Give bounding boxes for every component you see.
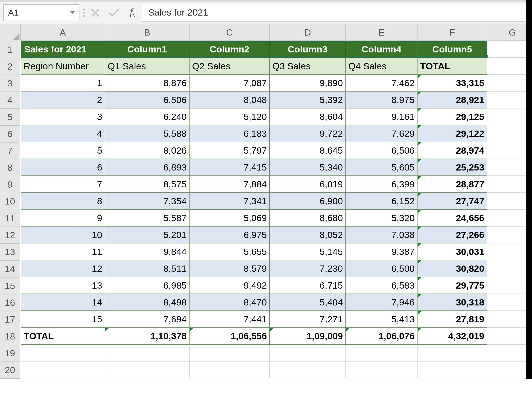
table-cell[interactable]: 24,656 (418, 210, 487, 227)
cell[interactable] (346, 362, 417, 378)
row-header-13[interactable]: 13 (0, 244, 20, 261)
table-cell[interactable]: 7,271 (270, 311, 346, 328)
table-cell[interactable]: 5,201 (105, 227, 190, 243)
cell[interactable] (487, 58, 532, 75)
cell[interactable] (487, 294, 532, 311)
table-cell[interactable]: 5,145 (270, 243, 346, 260)
table-cell[interactable]: 33,315 (418, 75, 487, 92)
table-cell[interactable]: 6,506 (105, 92, 190, 108)
cell[interactable] (21, 362, 105, 378)
table-cell[interactable]: 7,354 (105, 193, 190, 210)
table-subheader-cell[interactable]: Q1 Sales (105, 58, 190, 75)
table-cell[interactable]: 6,975 (190, 227, 270, 243)
table-cell[interactable]: 7,038 (346, 227, 417, 243)
table-cell[interactable]: 8 (21, 193, 105, 210)
table-cell[interactable]: 30,031 (418, 243, 487, 260)
table-cell[interactable]: 5,320 (346, 210, 417, 227)
table-subheader-cell[interactable]: Q3 Sales (270, 58, 346, 75)
table-cell[interactable]: 9,492 (190, 277, 270, 294)
table-cell[interactable]: 10 (21, 227, 105, 243)
column-header-F[interactable]: F (418, 24, 487, 41)
cell[interactable] (487, 75, 532, 92)
table-cell[interactable]: 27,747 (418, 193, 487, 210)
table-cell[interactable]: 7,462 (346, 75, 417, 92)
cancel-button[interactable] (86, 4, 105, 21)
formula-input[interactable]: Sales for 2021 (142, 4, 527, 22)
table-cell[interactable]: 29,775 (418, 277, 487, 294)
table-total-cell[interactable]: 1,09,009 (270, 328, 346, 345)
cell[interactable] (270, 345, 346, 362)
cell[interactable] (21, 345, 105, 362)
table-cell[interactable]: 28,877 (418, 176, 487, 193)
cell[interactable] (487, 362, 532, 378)
table-cell[interactable]: 3 (21, 108, 105, 125)
cell[interactable] (487, 193, 532, 210)
table-cell[interactable]: 7,341 (190, 193, 270, 210)
table-cell[interactable]: 8,579 (190, 260, 270, 277)
table-cell[interactable]: 8,026 (105, 142, 190, 159)
cell[interactable] (105, 345, 190, 362)
table-subheader-cell[interactable]: Q2 Sales (190, 58, 270, 75)
table-total-cell[interactable]: 1,06,556 (190, 328, 270, 345)
row-header-11[interactable]: 11 (0, 210, 20, 227)
table-total-cell[interactable]: 1,10,378 (105, 328, 190, 345)
table-cell[interactable]: 6,715 (270, 277, 346, 294)
column-header-A[interactable]: A (21, 24, 105, 41)
column-header-C[interactable]: C (190, 24, 270, 41)
table-cell[interactable]: 9 (21, 210, 105, 227)
table-cell[interactable]: 12 (21, 260, 105, 277)
table-cell[interactable]: 5,120 (190, 108, 270, 125)
table-cell[interactable]: 27,266 (418, 227, 487, 243)
table-cell[interactable]: 5,413 (346, 311, 417, 328)
row-header-5[interactable]: 5 (0, 109, 20, 126)
table-cell[interactable]: 6,183 (190, 125, 270, 142)
table-cell[interactable]: 1 (21, 75, 105, 92)
table-header-cell[interactable]: Column2 (190, 41, 270, 58)
table-cell[interactable]: 8,470 (190, 294, 270, 311)
table-cell[interactable]: 5,588 (105, 125, 190, 142)
table-cell[interactable]: 30,318 (418, 294, 487, 311)
table-cell[interactable]: 5,587 (105, 210, 190, 227)
table-cell[interactable]: 25,253 (418, 159, 487, 176)
table-cell[interactable]: 7,946 (346, 294, 417, 311)
column-header-B[interactable]: B (105, 24, 190, 41)
table-cell[interactable]: 5,655 (190, 243, 270, 260)
table-cell[interactable]: 5,797 (190, 142, 270, 159)
name-box[interactable]: A1 (3, 4, 79, 21)
table-cell[interactable]: 28,921 (418, 92, 487, 108)
cell[interactable] (346, 345, 417, 362)
table-cell[interactable]: 29,125 (418, 108, 487, 125)
table-cell[interactable]: 7,629 (346, 125, 417, 142)
table-cell[interactable]: 8,575 (105, 176, 190, 193)
cell[interactable] (487, 159, 532, 176)
table-cell[interactable]: 6,583 (346, 277, 417, 294)
table-cell[interactable]: 5,404 (270, 294, 346, 311)
table-cell[interactable]: 5,340 (270, 159, 346, 176)
table-cell[interactable]: 11 (21, 243, 105, 260)
row-header-9[interactable]: 9 (0, 176, 20, 193)
table-cell[interactable]: 2 (21, 92, 105, 108)
row-header-8[interactable]: 8 (0, 159, 20, 176)
column-header-D[interactable]: D (270, 24, 346, 41)
table-cell[interactable]: 6,900 (270, 193, 346, 210)
table-cell[interactable]: 8,052 (270, 227, 346, 243)
cell[interactable] (270, 362, 346, 378)
table-total-cell[interactable]: TOTAL (21, 328, 105, 345)
row-header-16[interactable]: 16 (0, 295, 20, 311)
table-cell[interactable]: 6,893 (105, 159, 190, 176)
table-header-cell[interactable]: Sales for 2021 (21, 41, 105, 58)
table-cell[interactable]: 8,876 (105, 75, 190, 92)
table-header-cell[interactable]: Column1 (105, 41, 190, 58)
cell[interactable] (190, 362, 270, 378)
table-cell[interactable]: 5,069 (190, 210, 270, 227)
select-all-button[interactable] (0, 24, 21, 42)
cell[interactable] (487, 345, 532, 362)
row-header-1[interactable]: 1 (0, 41, 20, 58)
table-cell[interactable]: 7,087 (190, 75, 270, 92)
cell[interactable] (487, 176, 532, 193)
table-cell[interactable]: 8,498 (105, 294, 190, 311)
table-cell[interactable]: 13 (21, 277, 105, 294)
row-header-3[interactable]: 3 (0, 75, 20, 92)
table-cell[interactable]: 8,604 (270, 108, 346, 125)
table-cell[interactable]: 6,152 (346, 193, 417, 210)
